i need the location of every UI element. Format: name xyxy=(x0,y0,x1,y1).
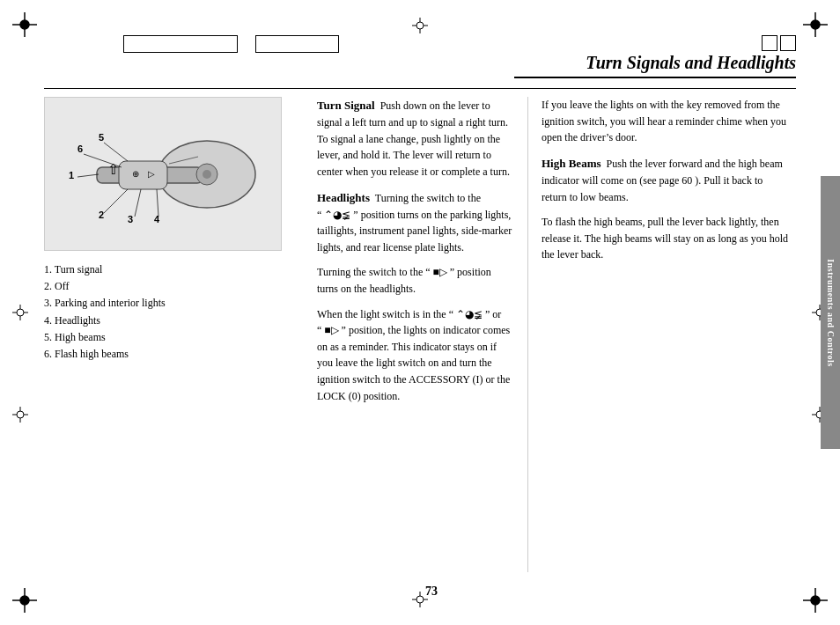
leave-lights-section: If you leave the lights on with the key … xyxy=(542,97,789,146)
high-beams-section: High Beams Push the lever forward and th… xyxy=(542,155,789,205)
headlights-section: Headlights Turning the switch to the “ ⌃… xyxy=(317,189,514,256)
turn-signal-section: Turn Signal Push down on the lever to si… xyxy=(317,97,514,180)
flash-section: To flash the high beams, pull the lever … xyxy=(542,214,789,263)
sidebar-label: Instruments and Controls xyxy=(821,176,840,449)
turn-signal-heading: Turn Signal xyxy=(317,99,375,112)
svg-point-70 xyxy=(203,170,211,179)
title-rule xyxy=(44,88,796,89)
turn-signal-diagram: 6 5 1 2 3 4 ⇧ ⊕ ▷ xyxy=(44,97,282,251)
svg-text:⇧: ⇧ xyxy=(107,162,119,177)
svg-text:▷: ▷ xyxy=(148,169,155,179)
middle-column: Turn Signal Push down on the lever to si… xyxy=(317,97,528,572)
list-item: 4. Headlights xyxy=(44,312,304,329)
numbered-list: 1. Turn signal 2. Off 3. Parking and int… xyxy=(44,261,304,363)
crosshair-left-mid xyxy=(12,305,28,320)
crosshair-top xyxy=(412,18,428,33)
svg-text:5: 5 xyxy=(99,132,104,143)
crosshair-left-lower xyxy=(12,407,28,423)
svg-text:3: 3 xyxy=(128,214,133,224)
page-number: 73 xyxy=(425,585,438,599)
list-item: 3. Parking and interior lights xyxy=(44,295,304,312)
right-column: If you leave the lights on with the key … xyxy=(528,97,796,572)
when-light-section: When the light switch is in the “ ⌃◕≨ ” … xyxy=(317,306,514,405)
main-content: 6 5 1 2 3 4 ⇧ ⊕ ▷ xyxy=(44,97,796,572)
svg-point-40 xyxy=(17,411,24,418)
svg-rect-52 xyxy=(119,161,167,189)
reg-boxes-right xyxy=(762,35,796,51)
svg-point-25 xyxy=(416,596,424,603)
list-item: 1. Turn signal xyxy=(44,261,304,278)
left-column: 6 5 1 2 3 4 ⇧ ⊕ ▷ xyxy=(44,97,317,572)
reg-box-left xyxy=(123,35,238,53)
svg-line-58 xyxy=(77,174,99,177)
svg-text:1: 1 xyxy=(69,170,74,180)
corner-mark-tr xyxy=(803,12,828,37)
corner-mark-tl xyxy=(12,12,37,37)
svg-text:6: 6 xyxy=(77,143,83,154)
list-item: 6. Flash high beams xyxy=(44,346,304,363)
svg-point-10 xyxy=(20,596,29,605)
headlights-heading: Headlights xyxy=(317,191,370,204)
high-beams-heading: High Beams xyxy=(542,157,601,170)
reg-box-mid xyxy=(255,35,339,53)
svg-point-15 xyxy=(811,596,820,605)
page-title: Turn Signals and Headlights xyxy=(586,53,796,72)
svg-line-56 xyxy=(104,143,128,161)
corner-mark-bl xyxy=(12,588,37,613)
list-item: 2. Off xyxy=(44,278,304,295)
svg-point-20 xyxy=(416,22,424,29)
svg-line-64 xyxy=(157,189,158,217)
svg-text:⊕: ⊕ xyxy=(132,169,139,179)
svg-point-0 xyxy=(20,20,29,29)
reg-box-right-1 xyxy=(762,35,777,51)
svg-text:4: 4 xyxy=(154,214,160,224)
svg-text:2: 2 xyxy=(99,210,104,220)
when-light-text: When the light switch is in the “ ⌃◕≨ ” … xyxy=(317,308,510,402)
svg-point-30 xyxy=(17,309,24,316)
flash-text: To flash the high beams, pull the lever … xyxy=(542,216,788,261)
corner-mark-br xyxy=(803,588,828,613)
svg-line-62 xyxy=(135,189,141,217)
turning-switch-section: Turning the switch to the “ ■▷ ” positio… xyxy=(317,264,514,297)
list-item: 5. High beams xyxy=(44,329,304,346)
page-title-area: Turn Signals and Headlights xyxy=(514,53,796,78)
svg-line-60 xyxy=(104,189,128,213)
turning-switch-text: Turning the switch to the “ ■▷ ” positio… xyxy=(317,266,491,295)
leave-lights-text: If you leave the lights on with the key … xyxy=(542,99,786,143)
reg-box-right-2 xyxy=(780,35,796,51)
svg-point-5 xyxy=(811,20,820,29)
sidebar-label-text: Instruments and Controls xyxy=(826,259,836,366)
